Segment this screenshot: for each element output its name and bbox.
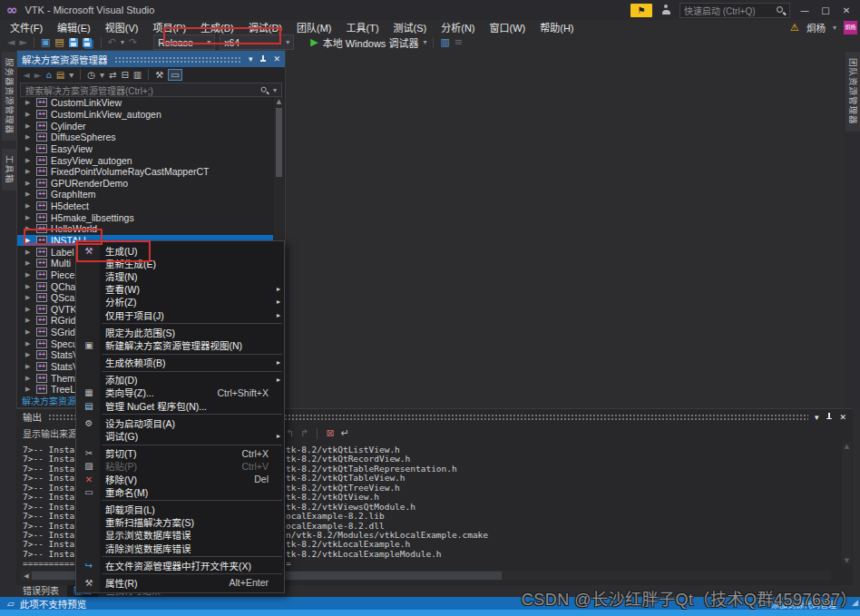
- menubar-item-analyze[interactable]: 分析(N): [434, 20, 482, 34]
- minimize-button[interactable]: —: [798, 5, 811, 15]
- debugger-label[interactable]: 本地 Windows 调试器: [323, 35, 419, 50]
- menu-item-build[interactable]: ⚒生成(U): [76, 244, 284, 257]
- switch-views-dropdown-icon[interactable]: ▾: [69, 68, 73, 82]
- platform-combo[interactable]: x64▾: [220, 34, 294, 50]
- menu-item-view[interactable]: 查看(W)▸: [76, 283, 284, 296]
- editor-area[interactable]: [286, 50, 844, 408]
- menu-item-show-browse-database-errors[interactable]: 显示浏览数据库错误: [76, 529, 284, 542]
- toolbar-overflow-icon[interactable]: ≡: [454, 35, 463, 49]
- scroll-left-icon[interactable]: ◀: [21, 572, 32, 580]
- menubar-item-view[interactable]: 视图(V): [98, 20, 146, 34]
- window-position-icon[interactable]: ▾: [815, 413, 819, 422]
- tree-item-H5detect[interactable]: ▶++H5detect: [17, 200, 273, 212]
- menu-item-debug[interactable]: 调试(G)▸: [76, 429, 284, 442]
- nav-back-icon[interactable]: ◄: [23, 68, 30, 82]
- menu-item-cut[interactable]: ✂剪切(T)Ctrl+X: [76, 447, 284, 460]
- sync-with-active-icon[interactable]: ⇄: [109, 68, 116, 82]
- save-icon[interactable]: [69, 38, 78, 47]
- menubar-item-team[interactable]: 团队(M): [289, 20, 339, 34]
- menu-item-paste[interactable]: ▨粘贴(P)Ctrl+V: [76, 460, 284, 473]
- window-position-icon[interactable]: ▾: [249, 54, 253, 64]
- menu-item-new-solution-explorer-view[interactable]: ▣新建解决方案资源管理器视图(N): [76, 338, 284, 351]
- menu-item-analyze[interactable]: 分析(Z)▸: [76, 296, 284, 308]
- home-icon[interactable]: ⌂: [45, 68, 51, 82]
- undo-dropdown-icon[interactable]: ▾: [121, 35, 124, 49]
- menubar-item-test[interactable]: 测试(S): [386, 20, 435, 34]
- switch-views-icon[interactable]: ▤: [56, 68, 64, 82]
- menu-item-class-wizard[interactable]: ▦类向导(Z)...Ctrl+Shift+X: [76, 386, 284, 399]
- columns-icon[interactable]: ▥: [440, 35, 449, 49]
- menu-item-properties[interactable]: ⚒属性(R)Alt+Enter: [76, 576, 284, 589]
- menubar-item-help[interactable]: 帮助(H): [533, 20, 581, 34]
- user-avatar[interactable]: 炯杨: [844, 21, 857, 34]
- menubar-item-tools[interactable]: 工具(T): [339, 20, 386, 34]
- menu-item-clean[interactable]: 清理(N): [76, 269, 284, 282]
- redo-icon[interactable]: ↷: [129, 35, 137, 49]
- pending-dropdown-icon[interactable]: ▾: [100, 68, 104, 82]
- run-icon[interactable]: ▶: [310, 35, 318, 49]
- menu-item-set-as-startup-project[interactable]: ⚙设为启动项目(A): [76, 416, 284, 429]
- next-message-icon[interactable]: ↱: [300, 426, 308, 440]
- tree-item-Cylinder[interactable]: ▶++Cylinder: [17, 120, 273, 132]
- word-wrap-icon[interactable]: ↵: [341, 426, 349, 440]
- solution-explorer-titlebar[interactable]: 解决方案资源管理器 ▾ ✕: [17, 51, 285, 67]
- bottom-tab-error-list[interactable]: 错误列表: [16, 585, 65, 597]
- output-vertical-scrollbar[interactable]: ▲ ▼: [842, 442, 852, 565]
- tree-item-EasyView_autogen[interactable]: ▶++EasyView_autogen: [17, 154, 273, 166]
- menu-item-add[interactable]: 添加(D)▸: [76, 374, 284, 386]
- menu-item-rename[interactable]: ▭重命名(M): [76, 485, 284, 498]
- menu-item-rescan-solution[interactable]: 重新扫描解决方案(S): [76, 516, 284, 529]
- menu-item-remove[interactable]: ✕移除(V)Del: [76, 473, 284, 485]
- side-tab-team-explorer[interactable]: 团队资源管理器: [845, 52, 860, 132]
- scroll-up-icon[interactable]: ▲: [842, 443, 852, 450]
- menu-item-open-folder-in-file-explorer[interactable]: ↪在文件资源管理器中打开文件夹(X): [76, 559, 284, 572]
- pin-icon[interactable]: [825, 412, 833, 422]
- tree-item-GraphItem[interactable]: ▶++GraphItem: [17, 189, 273, 200]
- close-button[interactable]: ✕: [840, 5, 853, 15]
- pending-changes-icon[interactable]: ◷: [87, 68, 95, 82]
- configuration-combo[interactable]: Release▾: [153, 34, 215, 50]
- properties-icon[interactable]: ⚒: [155, 68, 163, 82]
- previous-message-icon[interactable]: ↰: [286, 426, 294, 440]
- menu-item-project-only[interactable]: 仅用于项目(J)▸: [76, 308, 284, 321]
- nav-forward-icon[interactable]: ►: [19, 35, 26, 49]
- new-window-icon[interactable]: ▣: [41, 35, 50, 49]
- undo-icon[interactable]: ↶: [108, 35, 116, 49]
- clear-all-icon[interactable]: ⊠: [326, 426, 334, 440]
- tree-item-GPURenderDemo[interactable]: ▶++GPURenderDemo: [17, 177, 273, 189]
- menu-item-scope-to-this[interactable]: 限定为此范围(S): [76, 326, 284, 338]
- open-file-icon[interactable]: ▤: [54, 35, 64, 49]
- menubar-item-debug[interactable]: 调试(D): [241, 20, 289, 34]
- menubar-item-file[interactable]: 文件(F): [3, 20, 50, 34]
- user-dropdown-icon[interactable]: ▾: [833, 24, 836, 32]
- scroll-down-icon[interactable]: ▼: [842, 557, 852, 564]
- debugger-dropdown-icon[interactable]: ▾: [423, 35, 426, 49]
- menu-item-rebuild[interactable]: 重新生成(E): [76, 257, 284, 269]
- menubar-item-build[interactable]: 生成(B): [193, 20, 241, 34]
- tree-item-DiffuseSpheres[interactable]: ▶++DiffuseSpheres: [17, 132, 273, 143]
- preview-selected-icon[interactable]: ▭: [168, 69, 181, 81]
- tree-item-FixedPointVolumeRayCastMapperCT[interactable]: ▶++FixedPointVolumeRayCastMapperCT: [17, 166, 273, 178]
- maximize-button[interactable]: □: [819, 5, 832, 15]
- scrollbar-thumb[interactable]: [276, 108, 282, 177]
- search-dropdown-icon[interactable]: ▾: [273, 86, 277, 94]
- tree-item-CustomLinkView[interactable]: ▶++CustomLinkView: [17, 97, 273, 109]
- collapse-all-icon[interactable]: ⊟: [121, 68, 128, 82]
- menubar-item-edit[interactable]: 编辑(E): [50, 20, 98, 34]
- tree-item-EasyView[interactable]: ▶++EasyView: [17, 143, 273, 155]
- nav-forward-icon[interactable]: ►: [34, 68, 42, 82]
- quick-launch-input[interactable]: 快速启动 (Ctrl+Q): [679, 3, 790, 18]
- save-all-icon[interactable]: [83, 38, 92, 47]
- user-name[interactable]: 炯杨: [806, 21, 826, 34]
- menubar-item-window[interactable]: 窗口(W): [483, 20, 533, 34]
- menu-item-clear-browse-database-errors[interactable]: 清除浏览数据库错误: [76, 542, 284, 554]
- warning-icon[interactable]: ⚠: [790, 22, 799, 34]
- notifications-flag-icon[interactable]: ⚑: [630, 4, 652, 17]
- nav-back-icon[interactable]: ◄: [7, 35, 15, 49]
- menu-item-build-dependencies[interactable]: 生成依赖项(B)▸: [76, 357, 284, 369]
- tree-item-CustomLinkView_autogen[interactable]: ▶++CustomLinkView_autogen: [17, 109, 273, 121]
- solution-search-input[interactable]: 搜索解决方案资源管理器(Ctrl+;) ▾: [20, 83, 282, 97]
- menu-item-manage-nuget-packages[interactable]: ▤管理 NuGet 程序包(N)...: [76, 399, 284, 412]
- menu-item-unload-project[interactable]: 卸载项目(L): [76, 503, 284, 515]
- scroll-up-icon[interactable]: ▲: [274, 98, 284, 105]
